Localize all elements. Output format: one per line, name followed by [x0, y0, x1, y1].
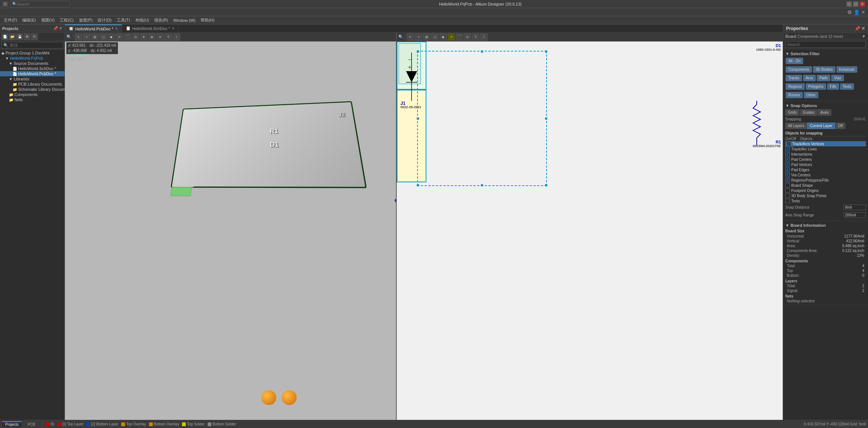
snap-obj-via-centers[interactable]: Via Centers	[785, 172, 866, 177]
snap-obj-pad-edges[interactable]: Pad Edges	[785, 167, 866, 172]
tree-item-project-group[interactable]: ◆ Project Group 1.DsnWrk	[0, 50, 65, 56]
open-btn[interactable]: 📂	[9, 33, 16, 40]
menu-window[interactable]: Window (W)	[171, 17, 198, 23]
pcb-tool-10[interactable]: ⊕	[148, 33, 156, 41]
pcb-tool-8[interactable]: ⊙	[132, 33, 139, 41]
tree-item-source-docs[interactable]: ▼ Source Documents	[0, 61, 65, 66]
sch-canvas[interactable]: − + J1 0022-29-2021	[397, 42, 783, 420]
pcb-tool-5[interactable]: ■	[108, 33, 115, 41]
filter-other[interactable]: Other	[804, 92, 818, 98]
tree-item-helloworld-prjpcb[interactable]: ▼ HelloWorld.PrjPcb	[0, 56, 65, 61]
filter-vias[interactable]: Vias	[831, 75, 844, 81]
layer-top-solder-indicator[interactable]: Top Solder	[182, 422, 205, 426]
refresh-btn[interactable]: ↻	[31, 33, 38, 40]
pcb-tool-9[interactable]: ✦	[140, 33, 148, 41]
status-tab-projects[interactable]: Projects	[2, 421, 22, 427]
filter-texts[interactable]: Texts	[840, 83, 854, 90]
pcb-3d-view[interactable]: 🔍 ↖ + ⊞ ◻ ■ ↗ ⌒ ⊙ ✦ ⊕ ≡ T /	[65, 33, 397, 420]
sch-tool-3[interactable]: ⊞	[423, 33, 430, 41]
sch-tool-6[interactable]: ↗	[448, 33, 455, 41]
snap-check-5[interactable]	[785, 162, 790, 167]
menu-file[interactable]: 文件(F)	[1, 17, 19, 24]
new-project-btn[interactable]: 📄	[1, 33, 8, 40]
tab-schdoc[interactable]: 📋 HelloWorld.SchDoc * ✕	[122, 24, 179, 32]
off-button[interactable]: Off	[835, 123, 845, 129]
snap-distance-input[interactable]	[844, 205, 866, 210]
filter-pads[interactable]: Pads	[817, 75, 831, 81]
tab-pcbdoc[interactable]: 🔲 HelloWorld.PcbDoc * ✕	[65, 24, 122, 32]
pcb-filter-icon[interactable]: 🔍	[66, 34, 72, 39]
snap-obj-texts[interactable]: Texts	[785, 198, 866, 203]
tree-item-libraries[interactable]: ▼ Libraries	[0, 76, 65, 82]
filter-icon-right[interactable]: ▼	[862, 34, 866, 39]
snap-check-4[interactable]	[785, 157, 790, 162]
guides-button[interactable]: Guides	[800, 109, 817, 116]
user-icon[interactable]: 👤	[854, 9, 860, 15]
snap-obj-board-shape[interactable]: Board Shape	[785, 183, 866, 188]
sch-tool-5[interactable]: ■	[439, 33, 447, 41]
top-search-input[interactable]	[17, 2, 61, 6]
sch-tool-2[interactable]: +	[415, 33, 422, 41]
sch-view[interactable]: 🔍 ↖ + ⊞ ◻ ■ ↗ ⌒ ⊙ T /	[397, 33, 783, 420]
pcb-tool-11[interactable]: ≡	[156, 33, 164, 41]
axis-snap-input[interactable]	[844, 212, 866, 218]
snap-obj-track-lines[interactable]: Track/Arc Lines	[785, 146, 866, 152]
sch-tool-10[interactable]: /	[480, 33, 488, 41]
menu-help[interactable]: 帮助(H)	[198, 17, 217, 24]
snap-check-1[interactable]	[786, 142, 791, 146]
sch-tool-9[interactable]: T	[472, 33, 479, 41]
snap-check-7[interactable]	[785, 173, 790, 177]
sch-tool-1[interactable]: ↖	[407, 33, 414, 41]
tree-item-schdoc[interactable]: 📄 HelloWorld.SchDoc *	[0, 66, 65, 71]
pcb-tool-7[interactable]: ⌒	[124, 33, 131, 41]
filter-3d-bodies[interactable]: 3D Bodies	[813, 66, 835, 73]
snap-obj-footprint-origins[interactable]: Footprint Origins	[785, 188, 866, 193]
minimize-button[interactable]: ─	[846, 1, 852, 7]
current-layer-button[interactable]: Current Layer	[807, 123, 835, 129]
all-layers-button[interactable]: All Layers	[785, 123, 807, 129]
menu-routing[interactable]: 布线(U)	[133, 17, 151, 24]
tab-sch-close[interactable]: ✕	[172, 26, 175, 30]
layer-bottom-overlay-indicator[interactable]: Bottom Overlay	[149, 422, 179, 426]
pcb-tool-13[interactable]: /	[173, 33, 180, 41]
layer-top-indicator[interactable]: [1] Top Layer	[57, 422, 83, 426]
filter-rooms[interactable]: Rooms	[786, 92, 803, 98]
snap-obj-pad-vertices[interactable]: Pad Vertices	[785, 162, 866, 167]
menu-edit[interactable]: 编辑(E)	[20, 17, 38, 24]
projects-search-input[interactable]	[1, 42, 63, 49]
layer-bottom-indicator[interactable]: [2] Bottom Layer	[86, 422, 118, 426]
snap-check-8[interactable]	[785, 178, 790, 182]
menu-tools[interactable]: 工具(T)	[115, 17, 132, 24]
snap-obj-pad-centers[interactable]: Pad Centers	[785, 157, 866, 162]
tab-pcb-close[interactable]: ✕	[115, 27, 118, 31]
snap-check-3[interactable]	[785, 152, 790, 156]
top-search-bar[interactable]: 🔍	[10, 1, 70, 7]
sch-tool-8[interactable]: ⊙	[464, 33, 471, 41]
tree-item-pcbdoc[interactable]: 📄 HelloWorld.PcbDoc *	[0, 71, 65, 76]
filter-tracks[interactable]: Tracks	[786, 75, 802, 81]
properties-search-input[interactable]	[785, 41, 866, 48]
menu-design[interactable]: 设计(D)	[95, 17, 113, 24]
snap-obj-intersections[interactable]: Intersections	[785, 152, 866, 157]
snap-check-6[interactable]	[785, 167, 790, 172]
props-pin-icon[interactable]: 📌	[855, 26, 860, 31]
sidebar-close-icon[interactable]: ✕	[59, 26, 62, 31]
snap-obj-3d-body[interactable]: 3D Body Snap Points	[785, 193, 866, 198]
close-icon-2[interactable]: ✕	[861, 10, 865, 15]
grids-button[interactable]: Grids	[785, 109, 799, 116]
snap-obj-regions[interactable]: Regions/Polygons/Fills	[785, 177, 866, 183]
pcb-tool-12[interactable]: T	[165, 33, 172, 41]
pcb-tool-4[interactable]: ◻	[99, 33, 107, 41]
snap-check-12[interactable]	[785, 199, 790, 203]
props-close-icon[interactable]: ✕	[861, 26, 865, 31]
tree-item-pcb-lib[interactable]: 📁 PCB Library Documents	[0, 82, 65, 87]
config-btn[interactable]: ⚙	[24, 33, 30, 40]
filter-keepouts[interactable]: Keepouts	[836, 66, 857, 73]
save-btn[interactable]: 💾	[16, 33, 23, 40]
pcb-tool-2[interactable]: +	[83, 33, 90, 41]
settings-icon[interactable]: ⚙	[847, 9, 852, 15]
sch-filter-icon[interactable]: 🔍	[398, 34, 403, 39]
pcb-tool-3[interactable]: ⊞	[91, 33, 99, 41]
filter-arcs[interactable]: Arcs	[803, 75, 816, 81]
layer-top-overlay-indicator[interactable]: Top Overlay	[121, 422, 146, 426]
